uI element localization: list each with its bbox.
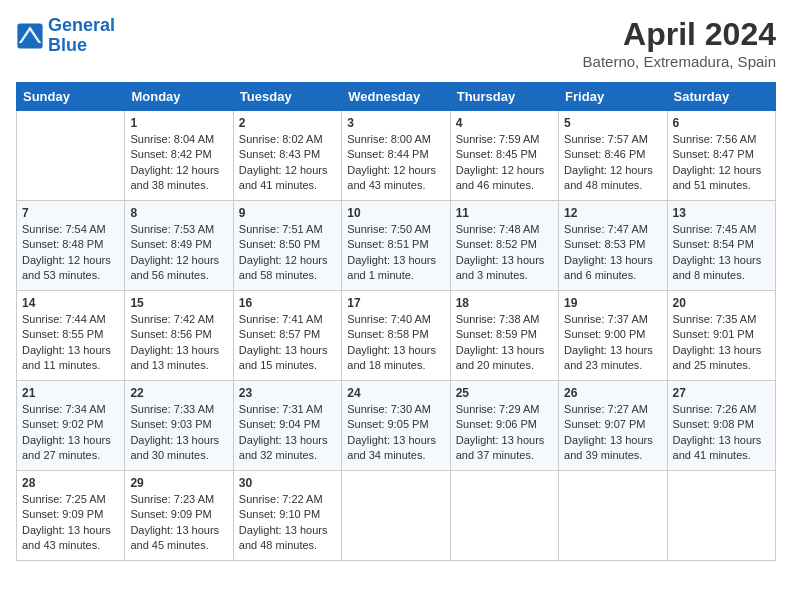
header-day-friday: Friday bbox=[559, 83, 667, 111]
logo-icon bbox=[16, 22, 44, 50]
calendar-cell: 12Sunrise: 7:47 AMSunset: 8:53 PMDayligh… bbox=[559, 201, 667, 291]
calendar-cell bbox=[667, 471, 775, 561]
logo: GeneralBlue bbox=[16, 16, 115, 56]
calendar-cell: 16Sunrise: 7:41 AMSunset: 8:57 PMDayligh… bbox=[233, 291, 341, 381]
cell-content: Sunrise: 7:51 AMSunset: 8:50 PMDaylight:… bbox=[239, 222, 336, 284]
cell-content: Sunrise: 7:27 AMSunset: 9:07 PMDaylight:… bbox=[564, 402, 661, 464]
day-number: 4 bbox=[456, 116, 553, 130]
day-number: 22 bbox=[130, 386, 227, 400]
calendar-cell: 19Sunrise: 7:37 AMSunset: 9:00 PMDayligh… bbox=[559, 291, 667, 381]
header-day-saturday: Saturday bbox=[667, 83, 775, 111]
calendar-cell: 3Sunrise: 8:00 AMSunset: 8:44 PMDaylight… bbox=[342, 111, 450, 201]
calendar-cell bbox=[450, 471, 558, 561]
cell-content: Sunrise: 7:26 AMSunset: 9:08 PMDaylight:… bbox=[673, 402, 770, 464]
week-row-2: 7Sunrise: 7:54 AMSunset: 8:48 PMDaylight… bbox=[17, 201, 776, 291]
calendar-cell: 13Sunrise: 7:45 AMSunset: 8:54 PMDayligh… bbox=[667, 201, 775, 291]
cell-content: Sunrise: 7:34 AMSunset: 9:02 PMDaylight:… bbox=[22, 402, 119, 464]
cell-content: Sunrise: 7:48 AMSunset: 8:52 PMDaylight:… bbox=[456, 222, 553, 284]
calendar-cell: 6Sunrise: 7:56 AMSunset: 8:47 PMDaylight… bbox=[667, 111, 775, 201]
day-number: 25 bbox=[456, 386, 553, 400]
day-number: 3 bbox=[347, 116, 444, 130]
calendar-cell bbox=[17, 111, 125, 201]
cell-content: Sunrise: 7:25 AMSunset: 9:09 PMDaylight:… bbox=[22, 492, 119, 554]
calendar-cell: 21Sunrise: 7:34 AMSunset: 9:02 PMDayligh… bbox=[17, 381, 125, 471]
cell-content: Sunrise: 7:37 AMSunset: 9:00 PMDaylight:… bbox=[564, 312, 661, 374]
day-number: 5 bbox=[564, 116, 661, 130]
cell-content: Sunrise: 8:02 AMSunset: 8:43 PMDaylight:… bbox=[239, 132, 336, 194]
calendar-cell: 28Sunrise: 7:25 AMSunset: 9:09 PMDayligh… bbox=[17, 471, 125, 561]
calendar-cell: 8Sunrise: 7:53 AMSunset: 8:49 PMDaylight… bbox=[125, 201, 233, 291]
calendar-cell: 7Sunrise: 7:54 AMSunset: 8:48 PMDaylight… bbox=[17, 201, 125, 291]
month-title: April 2024 bbox=[583, 16, 776, 53]
day-number: 13 bbox=[673, 206, 770, 220]
calendar-cell: 25Sunrise: 7:29 AMSunset: 9:06 PMDayligh… bbox=[450, 381, 558, 471]
calendar-cell bbox=[559, 471, 667, 561]
day-number: 15 bbox=[130, 296, 227, 310]
cell-content: Sunrise: 7:31 AMSunset: 9:04 PMDaylight:… bbox=[239, 402, 336, 464]
header-day-wednesday: Wednesday bbox=[342, 83, 450, 111]
calendar-cell: 20Sunrise: 7:35 AMSunset: 9:01 PMDayligh… bbox=[667, 291, 775, 381]
cell-content: Sunrise: 7:44 AMSunset: 8:55 PMDaylight:… bbox=[22, 312, 119, 374]
calendar-cell: 10Sunrise: 7:50 AMSunset: 8:51 PMDayligh… bbox=[342, 201, 450, 291]
header-day-sunday: Sunday bbox=[17, 83, 125, 111]
day-number: 18 bbox=[456, 296, 553, 310]
cell-content: Sunrise: 7:40 AMSunset: 8:58 PMDaylight:… bbox=[347, 312, 444, 374]
cell-content: Sunrise: 7:38 AMSunset: 8:59 PMDaylight:… bbox=[456, 312, 553, 374]
calendar-cell: 29Sunrise: 7:23 AMSunset: 9:09 PMDayligh… bbox=[125, 471, 233, 561]
day-number: 29 bbox=[130, 476, 227, 490]
calendar-cell: 4Sunrise: 7:59 AMSunset: 8:45 PMDaylight… bbox=[450, 111, 558, 201]
day-number: 9 bbox=[239, 206, 336, 220]
day-number: 2 bbox=[239, 116, 336, 130]
calendar-cell: 27Sunrise: 7:26 AMSunset: 9:08 PMDayligh… bbox=[667, 381, 775, 471]
day-number: 6 bbox=[673, 116, 770, 130]
cell-content: Sunrise: 7:56 AMSunset: 8:47 PMDaylight:… bbox=[673, 132, 770, 194]
calendar-cell: 9Sunrise: 7:51 AMSunset: 8:50 PMDaylight… bbox=[233, 201, 341, 291]
calendar-cell bbox=[342, 471, 450, 561]
week-row-5: 28Sunrise: 7:25 AMSunset: 9:09 PMDayligh… bbox=[17, 471, 776, 561]
cell-content: Sunrise: 7:33 AMSunset: 9:03 PMDaylight:… bbox=[130, 402, 227, 464]
day-number: 8 bbox=[130, 206, 227, 220]
cell-content: Sunrise: 7:29 AMSunset: 9:06 PMDaylight:… bbox=[456, 402, 553, 464]
day-number: 17 bbox=[347, 296, 444, 310]
day-number: 21 bbox=[22, 386, 119, 400]
location-title: Baterno, Extremadura, Spain bbox=[583, 53, 776, 70]
day-number: 27 bbox=[673, 386, 770, 400]
calendar-cell: 26Sunrise: 7:27 AMSunset: 9:07 PMDayligh… bbox=[559, 381, 667, 471]
day-number: 1 bbox=[130, 116, 227, 130]
cell-content: Sunrise: 7:41 AMSunset: 8:57 PMDaylight:… bbox=[239, 312, 336, 374]
logo-text: GeneralBlue bbox=[48, 16, 115, 56]
cell-content: Sunrise: 8:04 AMSunset: 8:42 PMDaylight:… bbox=[130, 132, 227, 194]
calendar-cell: 14Sunrise: 7:44 AMSunset: 8:55 PMDayligh… bbox=[17, 291, 125, 381]
calendar-cell: 30Sunrise: 7:22 AMSunset: 9:10 PMDayligh… bbox=[233, 471, 341, 561]
header-day-thursday: Thursday bbox=[450, 83, 558, 111]
week-row-1: 1Sunrise: 8:04 AMSunset: 8:42 PMDaylight… bbox=[17, 111, 776, 201]
cell-content: Sunrise: 7:45 AMSunset: 8:54 PMDaylight:… bbox=[673, 222, 770, 284]
calendar-cell: 11Sunrise: 7:48 AMSunset: 8:52 PMDayligh… bbox=[450, 201, 558, 291]
day-number: 19 bbox=[564, 296, 661, 310]
cell-content: Sunrise: 7:22 AMSunset: 9:10 PMDaylight:… bbox=[239, 492, 336, 554]
calendar-cell: 5Sunrise: 7:57 AMSunset: 8:46 PMDaylight… bbox=[559, 111, 667, 201]
calendar-cell: 23Sunrise: 7:31 AMSunset: 9:04 PMDayligh… bbox=[233, 381, 341, 471]
cell-content: Sunrise: 8:00 AMSunset: 8:44 PMDaylight:… bbox=[347, 132, 444, 194]
cell-content: Sunrise: 7:54 AMSunset: 8:48 PMDaylight:… bbox=[22, 222, 119, 284]
day-number: 20 bbox=[673, 296, 770, 310]
calendar-table: SundayMondayTuesdayWednesdayThursdayFrid… bbox=[16, 82, 776, 561]
day-number: 12 bbox=[564, 206, 661, 220]
week-row-3: 14Sunrise: 7:44 AMSunset: 8:55 PMDayligh… bbox=[17, 291, 776, 381]
calendar-cell: 17Sunrise: 7:40 AMSunset: 8:58 PMDayligh… bbox=[342, 291, 450, 381]
header-row: SundayMondayTuesdayWednesdayThursdayFrid… bbox=[17, 83, 776, 111]
cell-content: Sunrise: 7:53 AMSunset: 8:49 PMDaylight:… bbox=[130, 222, 227, 284]
day-number: 10 bbox=[347, 206, 444, 220]
cell-content: Sunrise: 7:57 AMSunset: 8:46 PMDaylight:… bbox=[564, 132, 661, 194]
header-day-monday: Monday bbox=[125, 83, 233, 111]
calendar-cell: 18Sunrise: 7:38 AMSunset: 8:59 PMDayligh… bbox=[450, 291, 558, 381]
day-number: 16 bbox=[239, 296, 336, 310]
day-number: 26 bbox=[564, 386, 661, 400]
cell-content: Sunrise: 7:59 AMSunset: 8:45 PMDaylight:… bbox=[456, 132, 553, 194]
calendar-cell: 15Sunrise: 7:42 AMSunset: 8:56 PMDayligh… bbox=[125, 291, 233, 381]
day-number: 7 bbox=[22, 206, 119, 220]
header: GeneralBlue April 2024 Baterno, Extremad… bbox=[16, 16, 776, 70]
header-day-tuesday: Tuesday bbox=[233, 83, 341, 111]
calendar-cell: 24Sunrise: 7:30 AMSunset: 9:05 PMDayligh… bbox=[342, 381, 450, 471]
week-row-4: 21Sunrise: 7:34 AMSunset: 9:02 PMDayligh… bbox=[17, 381, 776, 471]
